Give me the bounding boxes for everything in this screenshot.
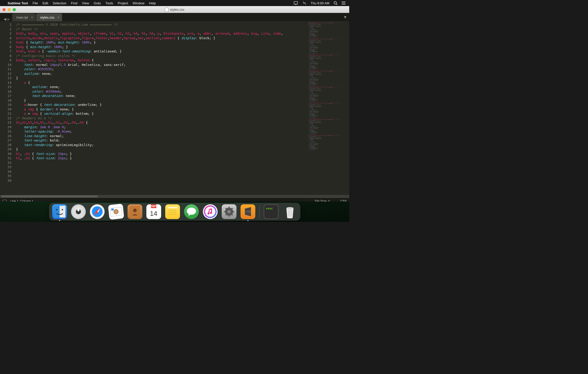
dock-contacts-icon[interactable]	[128, 204, 142, 219]
code-line[interactable]: font: normal 14px/1.5 Arial, Helvetica, …	[14, 63, 309, 67]
display-icon[interactable]	[294, 1, 298, 5]
menu-find[interactable]: Find	[71, 1, 77, 5]
document-icon	[165, 8, 169, 12]
svg-rect-0	[294, 2, 298, 4]
code-line[interactable]: body, select, input, textarea, button {	[14, 58, 309, 63]
code-line[interactable]: color: #353535;	[14, 67, 309, 71]
dock-mail-icon[interactable]	[108, 204, 124, 220]
horizontal-scrollbar[interactable]	[0, 195, 349, 198]
window-zoom-button[interactable]	[13, 8, 16, 11]
menu-goto[interactable]: Goto	[94, 1, 101, 5]
code-line[interactable]: h2, .h2 { font-size: 21px; }	[14, 156, 309, 161]
code-line[interactable]: a > img { vertical-align: bottom; }	[14, 111, 309, 116]
input-icon[interactable]	[302, 1, 306, 5]
dock-launchpad-icon[interactable]	[71, 204, 86, 219]
dock-messages-icon[interactable]	[184, 204, 199, 219]
nav-forward-icon[interactable]: ▶	[7, 17, 10, 21]
code-line[interactable]: html, body, div, span, applet, object, i…	[14, 31, 309, 36]
menu-file[interactable]: File	[33, 1, 38, 5]
svg-line-3	[336, 4, 337, 5]
svg-rect-23	[168, 207, 177, 208]
dock-system-preferences-icon[interactable]	[222, 204, 236, 219]
code-line[interactable]: margin: 2em 0 .6em 0;	[14, 125, 309, 130]
dock-calendar-icon[interactable]: SEP 14	[146, 204, 161, 219]
dock: SEP 14 exec	[49, 203, 300, 221]
svg-point-13	[62, 209, 63, 210]
code-line[interactable]: text-decoration: none;	[14, 94, 309, 98]
dock-sublime-text-icon[interactable]	[241, 204, 255, 219]
macos-menubar: Sublime Text File Edit Selection Find Vi…	[0, 0, 349, 6]
tab-styles-css[interactable]: styles.css ×	[36, 13, 62, 21]
code-line[interactable]: a img { border: 0 none; }	[14, 107, 309, 112]
line-number-gutter: 1234567891011121314151617181920212223242…	[0, 21, 14, 195]
menu-window[interactable]: Window	[133, 1, 144, 5]
code-line[interactable]: body { min-height: 100%; }	[14, 45, 309, 49]
editor-tabbar: ◀ ▶ main.tpl × styles.css × ▼	[0, 13, 349, 21]
scrollbar-thumb[interactable]	[1, 195, 98, 197]
menu-project[interactable]: Project	[118, 1, 128, 5]
svg-rect-20	[111, 208, 114, 211]
menu-help[interactable]: Help	[149, 1, 156, 5]
svg-point-29	[205, 207, 215, 217]
code-line[interactable]: /* =========== © 2016 Centroarts.com ===…	[14, 22, 309, 27]
desktop-background: SEP 14 exec	[0, 202, 349, 222]
svg-line-37	[232, 214, 233, 215]
nav-back-icon[interactable]: ◀	[4, 17, 6, 21]
window-close-button[interactable]	[3, 8, 6, 11]
code-line[interactable]: color: #3394e6;	[14, 89, 309, 94]
code-line[interactable]: h1,h2,h3,h4,h5,.h1,.h2,.h3,.h4,.h5 {	[14, 120, 309, 125]
menu-view[interactable]: View	[82, 1, 89, 5]
code-line[interactable]: }	[14, 147, 309, 152]
code-editor[interactable]: /* =========== © 2016 Centroarts.com ===…	[14, 21, 309, 195]
window-minimize-button[interactable]	[8, 8, 11, 11]
dock-safari-icon[interactable]	[90, 204, 105, 219]
code-line[interactable]: html { height: 100%; min-height: 100%; }	[14, 40, 309, 45]
tab-close-icon[interactable]: ×	[58, 16, 60, 19]
minimap[interactable]: /* =========== © 2016 Centroarts.com ===…	[309, 21, 349, 195]
code-line[interactable]: letter-spacing: -0.01em;	[14, 129, 309, 134]
notification-center-icon[interactable]	[342, 1, 346, 5]
app-name[interactable]: Sublime Text	[8, 1, 28, 5]
svg-point-12	[56, 209, 57, 210]
tab-label: main.tpl	[16, 16, 28, 19]
tabs-dropdown-icon[interactable]: ▼	[343, 15, 347, 20]
dock-trash-icon[interactable]	[283, 204, 297, 219]
clock[interactable]: Thu 9:00 AM	[311, 1, 329, 5]
editor-area: 1234567891011121314151617181920212223242…	[0, 21, 349, 195]
dock-finder-icon[interactable]	[52, 204, 67, 219]
code-line[interactable]: article,aside,details,figcaption,figure,…	[14, 36, 309, 40]
code-line[interactable]: font-weight: bold;	[14, 138, 309, 143]
code-line[interactable]: html, html a { -webkit-font-smoothing: a…	[14, 49, 309, 54]
code-line[interactable]: }	[14, 98, 309, 103]
code-line[interactable]: a:hover { text-decoration: underline; }	[14, 103, 309, 107]
svg-point-40	[286, 207, 293, 209]
svg-rect-10	[54, 206, 60, 218]
code-line[interactable]: outline: none;	[14, 71, 309, 76]
svg-point-27	[187, 208, 196, 215]
calendar-month: SEP	[151, 204, 156, 208]
menu-tools[interactable]: Tools	[105, 1, 113, 5]
code-line[interactable]: outline: none;	[14, 85, 309, 89]
tab-close-icon[interactable]: ×	[31, 16, 33, 19]
svg-point-31	[228, 210, 231, 213]
code-line[interactable]: /* Reset */	[14, 27, 309, 32]
code-line[interactable]: /* Headers H1-6 */	[14, 116, 309, 121]
code-line[interactable]: a {	[14, 80, 309, 85]
svg-line-36	[226, 208, 227, 209]
code-line[interactable]: line-height: normal;	[14, 134, 309, 138]
svg-point-9	[342, 4, 342, 5]
spotlight-search-icon[interactable]	[333, 1, 338, 5]
calendar-day: 14	[150, 208, 157, 219]
dock-notes-icon[interactable]	[165, 204, 180, 219]
code-line[interactable]: }	[14, 76, 309, 80]
tab-main-tpl[interactable]: main.tpl ×	[12, 13, 36, 21]
svg-point-22	[133, 209, 137, 212]
code-line[interactable]: h1, .h1 { font-size: 23px; }	[14, 152, 309, 156]
dock-itunes-icon[interactable]	[203, 204, 218, 219]
svg-point-8	[342, 3, 342, 3]
menu-edit[interactable]: Edit	[43, 1, 48, 5]
menu-selection[interactable]: Selection	[53, 1, 66, 5]
dock-terminal-icon[interactable]: exec	[264, 204, 278, 219]
code-line[interactable]: text-rendering: optimizeLegibility;	[14, 143, 309, 147]
code-line[interactable]: /* Configuring basic styles */	[14, 54, 309, 58]
